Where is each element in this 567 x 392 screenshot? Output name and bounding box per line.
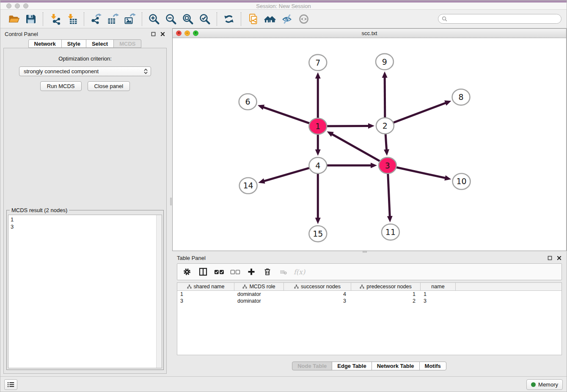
- search-input[interactable]: [449, 16, 558, 22]
- optimization-criterion-select[interactable]: strongly connected component: [19, 66, 151, 76]
- show-all-button[interactable]: [295, 11, 312, 27]
- create-column-button[interactable]: [243, 264, 259, 279]
- node-6[interactable]: 6: [239, 94, 257, 110]
- clone-network-button[interactable]: [245, 11, 261, 27]
- show-hide-columns-button[interactable]: [195, 264, 211, 279]
- cell-name[interactable]: 1: [421, 291, 456, 298]
- horizontal-splitter[interactable]: [172, 251, 567, 253]
- float-table-panel-icon[interactable]: [547, 255, 553, 261]
- network-maximize-button[interactable]: +: [193, 30, 198, 36]
- column-header-successor-nodes[interactable]: successor nodes: [284, 283, 351, 290]
- node-14[interactable]: 14: [239, 178, 257, 194]
- table-row-2[interactable]: 3dominator323: [177, 298, 561, 304]
- column-header-shared-name[interactable]: shared name: [177, 283, 234, 290]
- delete-column-button[interactable]: [259, 264, 275, 279]
- table-row-1[interactable]: 1dominator411: [177, 291, 561, 298]
- edge-4-15[interactable]: [315, 166, 321, 224]
- deselect-all-button[interactable]: [227, 264, 243, 279]
- column-header-predecessor-nodes[interactable]: predecessor nodes: [351, 283, 421, 290]
- memory-button[interactable]: Memory: [526, 379, 563, 390]
- function-builder-icon: f(x): [293, 268, 306, 276]
- node-8[interactable]: 8: [452, 89, 470, 105]
- edge-3-10[interactable]: [388, 166, 451, 181]
- select-all-button[interactable]: [211, 264, 227, 279]
- function-builder-button[interactable]: f(x): [292, 264, 308, 279]
- search-box[interactable]: [438, 14, 561, 24]
- status-menu-button[interactable]: [4, 379, 17, 390]
- memory-status-icon: [531, 382, 536, 387]
- tab-motifs[interactable]: Motifs: [419, 362, 446, 370]
- zoom-selected-button[interactable]: [196, 11, 213, 27]
- save-session-button[interactable]: [22, 11, 39, 27]
- node-11[interactable]: 11: [382, 224, 399, 240]
- zoom-out-button[interactable]: [162, 11, 179, 27]
- cell-predecessor-nodes[interactable]: 2: [351, 298, 421, 304]
- cell-successor-nodes[interactable]: 3: [284, 298, 351, 304]
- edge-1-6[interactable]: [258, 105, 318, 126]
- tab-network-table[interactable]: Network Table: [372, 362, 420, 370]
- run-mcds-button[interactable]: Run MCDS: [40, 81, 82, 91]
- vertical-splitter[interactable]: [170, 28, 172, 376]
- cell-predecessor-nodes[interactable]: 1: [351, 291, 421, 298]
- zoom-in-button[interactable]: [146, 11, 162, 27]
- cell-name[interactable]: 3: [421, 298, 456, 304]
- mcds-result-scrollbar[interactable]: [156, 215, 162, 368]
- node-label-4: 4: [315, 161, 320, 170]
- houses-icon: [264, 13, 276, 25]
- node-10[interactable]: 10: [453, 174, 471, 190]
- edge-2-8[interactable]: [385, 100, 451, 126]
- table-mode-gear-button[interactable]: [179, 264, 195, 279]
- cell-shared-name[interactable]: 3: [177, 298, 234, 304]
- float-panel-icon[interactable]: [151, 31, 156, 37]
- column-header-name[interactable]: name: [421, 283, 456, 290]
- node-1[interactable]: 1: [309, 118, 327, 134]
- column-header-MCDS-role[interactable]: MCDS role: [234, 283, 284, 290]
- close-table-panel-icon[interactable]: [556, 255, 562, 261]
- export-network-button[interactable]: [88, 11, 105, 27]
- create-column-icon: [247, 268, 256, 276]
- mcds-result-groupbox: MCDS result (2 nodes) 1 3: [6, 210, 164, 370]
- node-15[interactable]: 15: [309, 226, 327, 242]
- network-minimize-button[interactable]: −: [184, 30, 190, 36]
- node-label-3: 3: [385, 161, 390, 170]
- tab-network[interactable]: Network: [28, 39, 62, 48]
- zoom-selected-icon: [199, 13, 211, 25]
- tab-select[interactable]: Select: [86, 39, 114, 48]
- node-7[interactable]: 7: [309, 55, 327, 71]
- export-table-button[interactable]: [105, 11, 121, 27]
- open-session-button[interactable]: [6, 11, 22, 27]
- import-network-button[interactable]: [47, 11, 63, 27]
- float-panel-icon: [548, 256, 552, 260]
- delete-table-button[interactable]: [275, 264, 292, 279]
- tab-node-table[interactable]: Node Table: [292, 362, 332, 370]
- hide-selected-button[interactable]: [278, 11, 295, 27]
- search-icon: [442, 16, 447, 22]
- refresh-button[interactable]: [220, 11, 237, 27]
- close-panel-button[interactable]: Close panel: [88, 81, 130, 91]
- table-mode-gear-icon: [183, 268, 191, 276]
- network-close-button[interactable]: ✕: [176, 30, 182, 36]
- network-canvas[interactable]: 7968124314101511: [173, 38, 566, 251]
- tab-mcds[interactable]: MCDS: [113, 39, 141, 48]
- node-3[interactable]: 3: [379, 157, 396, 174]
- cell-MCDS-role[interactable]: dominator: [234, 291, 284, 298]
- zoom-fit-button[interactable]: [179, 11, 196, 27]
- import-table-button[interactable]: [63, 11, 80, 27]
- export-image-button[interactable]: [121, 11, 138, 27]
- node-9[interactable]: 9: [376, 54, 394, 70]
- node-label-6: 6: [245, 97, 250, 106]
- tab-edge-table[interactable]: Edge Table: [332, 362, 372, 370]
- toolbar-separator: [84, 12, 84, 26]
- cell-shared-name[interactable]: 1: [177, 291, 234, 298]
- node-4[interactable]: 4: [309, 157, 327, 174]
- houses-button[interactable]: [261, 11, 278, 27]
- cell-MCDS-role[interactable]: dominator: [234, 298, 284, 304]
- node-2[interactable]: 2: [376, 118, 394, 134]
- toolbar-separator: [43, 12, 43, 26]
- edge-3-1[interactable]: [327, 131, 388, 166]
- close-panel-icon[interactable]: [160, 31, 165, 37]
- cell-successor-nodes[interactable]: 4: [284, 291, 351, 298]
- tab-style[interactable]: Style: [61, 39, 86, 48]
- mcds-result-list[interactable]: 1 3: [8, 215, 156, 368]
- stepper-icon: [143, 68, 148, 75]
